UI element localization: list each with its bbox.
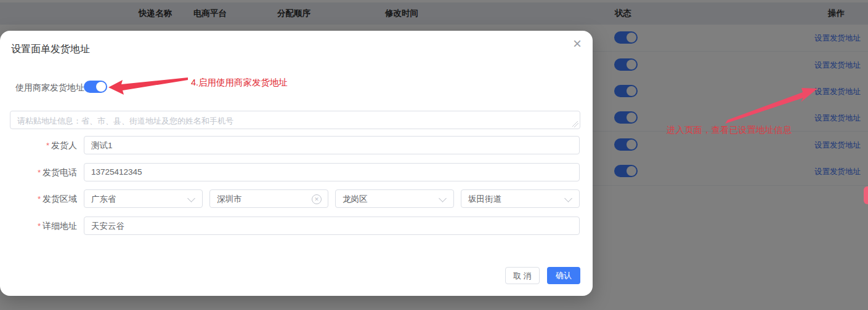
required-asterisk: *	[38, 194, 41, 204]
sender-input[interactable]: 测试1	[84, 136, 580, 154]
detail-address-input[interactable]: 天安云谷	[84, 217, 580, 235]
chevron-down-icon	[439, 194, 447, 202]
district-value: 龙岗区	[343, 194, 368, 205]
close-icon[interactable]: ×	[569, 35, 586, 52]
paste-address-textarea[interactable]: 请粘贴地址信息：省、市、县、街道地址及您的姓名和手机号	[10, 111, 580, 129]
detail-address-label: *详细地址	[0, 221, 77, 232]
merchant-address-toggle-label: 使用商家发货地址	[15, 82, 84, 93]
sender-label: *发货人	[0, 140, 77, 151]
dialog-title: 设置面单发货地址	[11, 43, 90, 56]
annotation-view-note: 进入页面，查看已设置地址信息	[667, 124, 792, 136]
merchant-address-toggle[interactable]	[84, 81, 107, 93]
phone-label: *发货电话	[0, 167, 77, 178]
toggle-knob	[96, 82, 106, 92]
confirm-button[interactable]: 确认	[547, 267, 580, 284]
resize-handle-icon[interactable]	[572, 121, 578, 127]
clear-icon[interactable]: ✕	[312, 194, 322, 204]
cancel-button[interactable]: 取 消	[505, 267, 540, 284]
sender-value: 测试1	[91, 140, 113, 151]
province-select[interactable]: 广东省	[84, 189, 203, 208]
region-label: *发货区域	[0, 194, 77, 205]
detail-address-value: 天安云谷	[91, 221, 124, 232]
chevron-down-icon	[187, 194, 195, 202]
required-asterisk: *	[38, 168, 41, 177]
paste-address-placeholder: 请粘贴地址信息：省、市、县、街道地址及您的姓名和手机号	[17, 116, 233, 127]
province-value: 广东省	[91, 194, 116, 205]
required-asterisk: *	[46, 141, 49, 150]
city-value: 深圳市	[217, 194, 242, 205]
phone-input[interactable]: 13725412345	[84, 163, 580, 181]
city-select[interactable]: 深圳市 ✕	[209, 189, 328, 208]
district-select[interactable]: 龙岗区	[335, 189, 454, 208]
annotation-enable-note: 4.启用使用商家发货地址	[191, 77, 288, 89]
phone-value: 13725412345	[91, 167, 142, 177]
street-value: 坂田街道	[468, 194, 501, 205]
required-asterisk: *	[38, 221, 41, 231]
chevron-down-icon	[564, 194, 572, 202]
street-select[interactable]: 坂田街道	[461, 189, 580, 208]
